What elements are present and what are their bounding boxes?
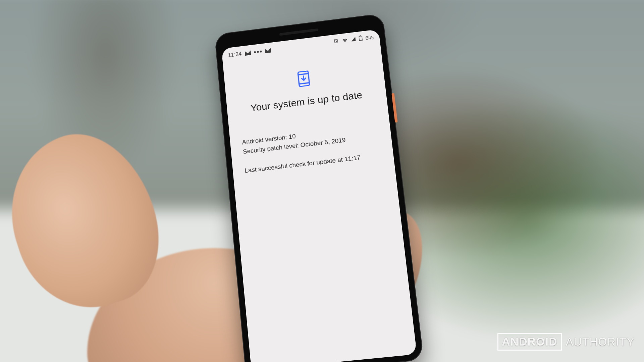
svg-line-4 (298, 74, 308, 75)
wifi-icon (341, 37, 349, 45)
svg-line-5 (299, 83, 309, 84)
mail-icon (245, 51, 251, 56)
watermark-brand-rest: AUTHORITY (566, 335, 635, 348)
system-update-icon (298, 81, 311, 88)
watermark-brand-boxed: ANDROID (497, 333, 562, 351)
battery-icon (358, 35, 363, 43)
battery-percent: 6% (365, 34, 374, 42)
watermark: ANDROID AUTHORITY (497, 333, 635, 351)
cell-signal-icon (351, 36, 357, 44)
alarm-icon (333, 38, 339, 46)
app-dots-icon (254, 50, 262, 53)
mail-icon (265, 48, 271, 53)
clock: 11:24 (227, 51, 242, 59)
system-update-screen: Your system is up to date Android versio… (223, 42, 394, 177)
